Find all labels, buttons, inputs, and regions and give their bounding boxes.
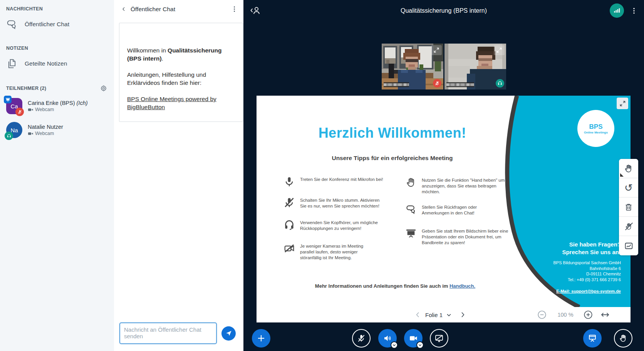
- chevron-left-icon: [121, 6, 127, 12]
- undo-annotation-button[interactable]: ↺: [619, 178, 638, 197]
- send-message-button[interactable]: [221, 326, 236, 341]
- shared-notes-label: Geteilte Notizen: [25, 60, 67, 67]
- next-slide-button[interactable]: [457, 307, 468, 322]
- presentation-whiteboard[interactable]: Herzlich Willkommen! Unsere Tipps für ei…: [257, 96, 631, 307]
- slide-footer: Mehr Informationen und Anleitungen finde…: [257, 283, 534, 289]
- chat-bubbles-icon: [405, 204, 417, 215]
- webcam-small-icon: [28, 107, 34, 113]
- meeting-topbar: Qualitätssicherung (BPS intern): [243, 0, 644, 21]
- bigbluebutton-app: NACHRICHTEN Öffentlicher Chat NOTIZEN: [0, 0, 644, 351]
- webcam-options-chevron[interactable]: [416, 341, 424, 349]
- slide-title: Herzlich Willkommen!: [257, 125, 528, 141]
- notes-heading: NOTIZEN: [0, 43, 114, 53]
- hide-userlist-icon: [250, 5, 262, 15]
- speaker-icon: [383, 334, 392, 343]
- presentation-fullscreen-button[interactable]: [617, 98, 628, 109]
- slide-contact-block: Sie haben Fragen? Sprechen Sie uns an! B…: [553, 241, 621, 294]
- manage-participants-gear-icon[interactable]: [100, 85, 107, 92]
- chat-welcome-message: Willkommen in Qualitätssicherung (BPS in…: [119, 23, 243, 122]
- audio-options-chevron[interactable]: [391, 341, 398, 349]
- screenshare-off-icon: [434, 334, 444, 343]
- zoom-level-label: 100 %: [550, 307, 581, 322]
- participant-name: Carina Enke (BPS) (Ich): [28, 100, 88, 106]
- slide-selector-dropdown[interactable]: Folie 1: [425, 307, 452, 322]
- expand-icon: [433, 47, 439, 53]
- webcam-fullscreen-button[interactable]: [431, 45, 442, 55]
- minimize-presentation-button[interactable]: [583, 329, 602, 348]
- expand-icon: [496, 47, 502, 53]
- screenshare-button[interactable]: [430, 329, 448, 348]
- expand-icon: [619, 100, 626, 107]
- welcome-text: Willkommen in Qualitätssicherung (BPS in…: [127, 46, 235, 62]
- slide-tip: Nutzen Sie die Funktion "Hand heben" um …: [405, 177, 513, 195]
- sidebar: NACHRICHTEN Öffentlicher Chat NOTIZEN: [0, 0, 114, 351]
- participant-status: Webcam: [28, 131, 63, 137]
- raise-hand-button[interactable]: [614, 329, 632, 348]
- clear-annotations-button[interactable]: [619, 197, 638, 217]
- multiuser-whiteboard-button[interactable]: [619, 217, 638, 236]
- slide-number-label: Folie 1: [425, 312, 443, 318]
- tool-options-corner: [620, 173, 624, 177]
- webcam-share-button[interactable]: [404, 329, 423, 348]
- hand-tool-icon: [624, 164, 634, 174]
- raised-hand-icon: [619, 334, 628, 343]
- bps-logo: BPS Online Meetings: [577, 110, 614, 147]
- actions-plus-button[interactable]: [252, 329, 270, 348]
- slide-tip: Stellen Sie Rückfragen oder Anmerkungen …: [405, 204, 503, 216]
- fit-to-width-button[interactable]: [599, 307, 611, 322]
- chat-bubbles-icon: [6, 19, 18, 30]
- presentation-board-icon: [588, 334, 597, 343]
- toggle-userlist-button[interactable]: [250, 5, 262, 15]
- microphone-muted-icon: [357, 334, 366, 343]
- chevron-right-icon: [459, 311, 466, 319]
- multiuser-whiteboard-off-icon: [624, 221, 634, 231]
- participant-row-carina[interactable]: Ca Carina Enke (BPS): [0, 94, 114, 118]
- previous-slide-button[interactable]: [412, 307, 424, 322]
- webcam-tile-1[interactable]: [382, 44, 443, 89]
- participant-row-natalie[interactable]: Na Natalie Nutzer Webcam: [0, 118, 114, 142]
- camera-off-icon: [283, 243, 295, 254]
- pan-tool-button[interactable]: [619, 159, 638, 178]
- connection-status-button[interactable]: [610, 3, 624, 18]
- chat-panel-title: Öffentlicher Chat: [131, 6, 175, 13]
- participants-heading-row: TEILNEHMER (2): [0, 83, 114, 94]
- participant-status: Webcam: [28, 107, 88, 113]
- webcam-tile-2[interactable]: [444, 44, 506, 89]
- welcome-link[interactable]: BPS Online Meetings powered by BigBlueBu…: [127, 96, 216, 110]
- unmute-microphone-button[interactable]: [352, 329, 371, 348]
- shared-notes-icon: [6, 58, 18, 69]
- audio-speaker-button[interactable]: [378, 329, 397, 348]
- participants-heading: TEILNEHMER (2): [6, 86, 46, 91]
- signal-bars-icon: [613, 7, 621, 14]
- webcam-muted-badge-icon: [433, 79, 441, 88]
- slide-tip: Je weniger Kameras im Meeting parallel l…: [283, 243, 369, 261]
- slide-subtitle: Unsere Tipps für ein erfolgreiches Meeti…: [257, 155, 528, 162]
- sidebar-item-shared-notes[interactable]: Geteilte Notizen: [0, 53, 114, 74]
- webcam-fullscreen-button[interactable]: [494, 45, 505, 55]
- whiteboard-toolbar: ↺: [619, 159, 638, 255]
- avatar-carina: Ca: [6, 98, 22, 114]
- chat-collapse-button[interactable]: Öffentlicher Chat: [121, 6, 175, 13]
- support-email-link: E-Mail: support@bps-system.de: [556, 289, 621, 294]
- welcome-text-2: Anleitungen, Hilfestellung und Erklärvid…: [127, 71, 235, 87]
- presentation-board-icon: [405, 228, 417, 239]
- headphones-icon: [283, 219, 295, 231]
- zoom-out-button[interactable]: [536, 307, 548, 322]
- listening-headphones-badge-icon: [5, 132, 13, 140]
- muted-microphone-badge-icon: [15, 108, 24, 116]
- zoom-in-button[interactable]: [582, 307, 594, 322]
- microphone-muted-icon: [283, 197, 295, 208]
- plus-circle-icon: [583, 310, 593, 320]
- chat-message-input[interactable]: [119, 322, 217, 344]
- options-kebab-icon[interactable]: [630, 7, 638, 15]
- presentation-controls-bar: Folie 1 100 %: [257, 307, 631, 322]
- public-chat-label: Öffentlicher Chat: [25, 21, 69, 28]
- sidebar-item-public-chat[interactable]: Öffentlicher Chat: [0, 14, 114, 35]
- smart-slides-button[interactable]: [619, 236, 638, 255]
- chat-options-kebab-icon[interactable]: [231, 5, 238, 13]
- webcam-name-label-blurred: [384, 82, 409, 87]
- slide-tip: Geben Sie statt Ihrem Bildschirm lieber …: [405, 228, 514, 246]
- chat-header: Öffentlicher Chat: [114, 0, 243, 17]
- microphone-icon: [283, 176, 295, 187]
- fit-width-arrows-icon: [600, 310, 610, 319]
